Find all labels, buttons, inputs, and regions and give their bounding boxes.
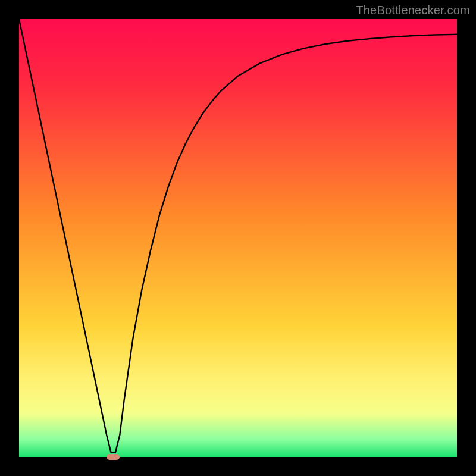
watermark-text: TheBottlenecker.com [356, 4, 470, 17]
chart-stage: TheBottlenecker.com [0, 0, 476, 476]
curve-svg [19, 19, 457, 457]
plot-area [19, 19, 457, 457]
minimum-marker [107, 454, 120, 460]
bottleneck-curve [19, 19, 457, 453]
